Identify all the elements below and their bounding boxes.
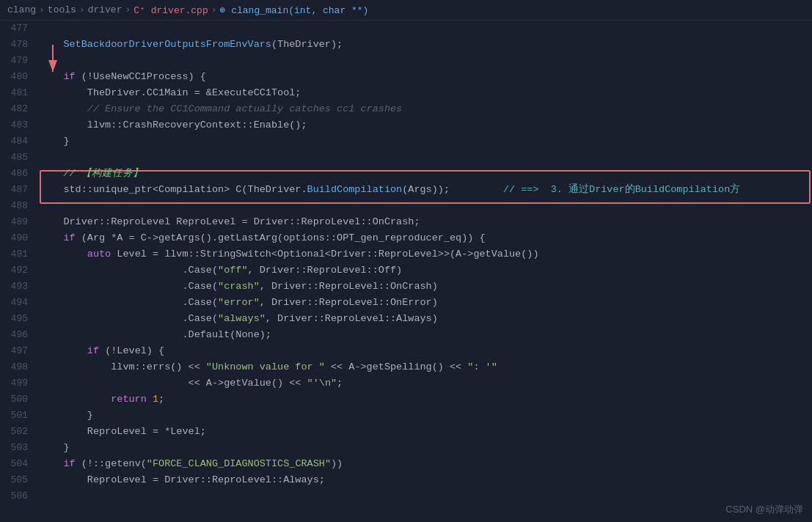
code-area: 477 478 SetBackdoorDriverOutputsFromEnvV… [0,21,812,522]
code-line-499: 499 << A->getValue() << "'\n"; [0,375,812,392]
code-line-477: 477 [0,21,812,37]
code-line-478: 478 SetBackdoorDriverOutputsFromEnvVars(… [0,37,812,53]
code-line-500: 500 return 1; [0,392,812,408]
code-line-482: 482 // Ensure the CC1Command actually ca… [0,101,812,117]
code-line-505: 505 ReproLevel = Driver::ReproLevel::Alw… [0,472,812,488]
code-line-480: 480 if (!UseNewCC1Process) { [0,69,812,85]
code-line-498: 498 llvm::errs() << "Unknown value for "… [0,359,812,375]
breadcrumb-func: ⊕ clang_main(int, char **) [220,4,369,16]
code-line-487: 487 std::unique_ptr<Compilation> C(TheDr… [0,182,812,198]
code-line-501: 501 } [0,408,812,424]
code-line-495: 495 .Case("always", Driver::ReproLevel::… [0,311,812,327]
breadcrumb-clang: clang [7,4,36,15]
code-line-491: 491 auto Level = llvm::StringSwitch<Opti… [0,246,812,262]
code-line-490: 490 if (Arg *A = C->getArgs().getLastArg… [0,230,812,246]
code-line-493: 493 .Case("crash", Driver::ReproLevel::O… [0,279,812,295]
code-line-492: 492 .Case("off", Driver::ReproLevel::Off… [0,262,812,279]
code-line-484: 484 } [0,133,812,150]
code-line-497: 497 if (!Level) { [0,343,812,359]
code-line-479: 479 [0,53,812,69]
code-line-483: 483 llvm::CrashRecoveryContext::Enable()… [0,117,812,133]
code-line-485: 485 [0,150,812,166]
code-line-488: 488 [0,198,812,214]
breadcrumb-tools: tools [48,4,76,15]
code-line-494: 494 .Case("error", Driver::ReproLevel::O… [0,295,812,311]
watermark: CSDN @动弹动弹 [725,503,803,516]
breadcrumb: clang › tools › driver › C⁺ driver.cpp ›… [0,0,812,21]
code-line-506: 506 [0,488,812,504]
code-line-504: 504 if (!::getenv("FORCE_CLANG_DIAGNOSTI… [0,456,812,472]
code-line-481: 481 TheDriver.CC1Main = &ExecuteCC1Tool; [0,85,812,101]
code-line-503: 503 } [0,440,812,456]
code-line-489: 489 Driver::ReproLevel ReproLevel = Driv… [0,214,812,230]
code-line-496: 496 .Default(None); [0,327,812,343]
breadcrumb-file: C⁺ driver.cpp [133,4,208,16]
code-line-502: 502 ReproLevel = *Level; [0,424,812,440]
breadcrumb-driver: driver [88,4,122,15]
code-line-486: 486 // 【构建任务】 [0,166,812,182]
